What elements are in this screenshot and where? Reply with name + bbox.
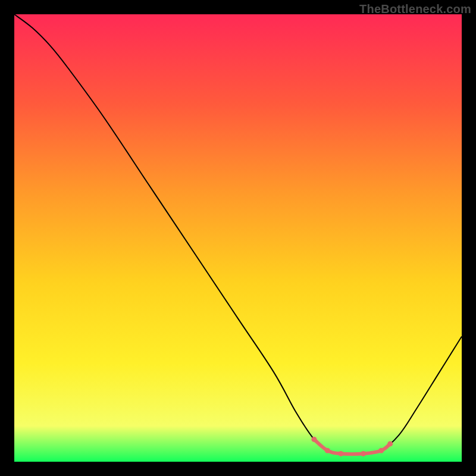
valley-dot [361,451,366,456]
bottleneck-chart [14,14,462,462]
valley-dot [311,437,317,442]
attribution-label: TheBottleneck.com [359,2,471,16]
valley-dot [325,448,330,453]
valley-dot [387,441,393,446]
gradient-background [14,14,462,462]
valley-dot [378,448,384,453]
valley-dot [338,451,343,456]
